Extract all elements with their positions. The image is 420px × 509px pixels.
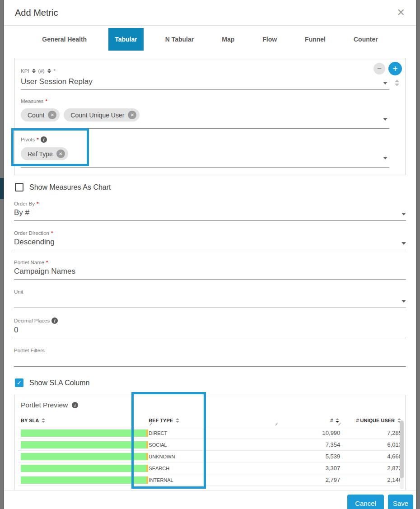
table-row: DIRECT 10,990 7,285	[18, 427, 402, 439]
ref-type-cell: INTERNAL	[149, 477, 277, 483]
scrollbar-track[interactable]	[400, 420, 404, 489]
column-header-count[interactable]: # ∕∕	[277, 414, 341, 427]
count-cell: 7,354	[277, 441, 341, 448]
sort-updown-icon	[32, 69, 36, 73]
chevron-down-icon[interactable]	[383, 157, 387, 159]
measures-label: Measures*	[21, 98, 399, 104]
remove-chip-icon[interactable]: ✕	[128, 111, 136, 119]
tab-funnel[interactable]: Funnel	[299, 28, 332, 51]
column-header-ref-type[interactable]: REF TYPE ∕∕	[149, 414, 277, 427]
kpi-order-spinner[interactable]	[395, 79, 399, 86]
sla-bar	[21, 430, 148, 437]
order-by-select[interactable]: By #	[14, 206, 406, 221]
chevron-down-icon[interactable]	[401, 213, 406, 215]
count-cell: 3,307	[277, 465, 341, 472]
portlet-name-label: Portlet Name*	[14, 260, 406, 265]
ref-type-cell: SEARCH	[149, 466, 277, 471]
add-kpi-button[interactable]: +	[388, 62, 402, 75]
backdrop-accent-block	[0, 178, 4, 199]
measure-chip: Count Unique User ✕	[64, 108, 140, 121]
order-by-field: Order By* By #	[14, 201, 406, 221]
portlet-filters-input[interactable]	[14, 353, 406, 367]
chevron-down-icon[interactable]	[401, 300, 406, 303]
tab-map[interactable]: Map	[215, 28, 241, 51]
unit-label: Unit	[14, 289, 406, 294]
order-by-label: Order By*	[14, 201, 406, 206]
sla-bar	[21, 476, 148, 484]
unique-user-cell: 2,872	[340, 465, 402, 472]
unit-field: Unit	[14, 289, 406, 308]
show-measures-as-chart-checkbox[interactable]	[15, 183, 23, 191]
ref-type-cell: DIRECT	[149, 430, 277, 436]
portlet-filters-field: Portlet Filters	[14, 348, 406, 367]
measures-select[interactable]: Count ✕ Count Unique User ✕	[21, 106, 399, 129]
portlet-preview-title: Portlet Preview i	[21, 401, 402, 409]
sort-updown-icon[interactable]	[42, 418, 45, 423]
table-row: SOCIAL 7,354 6,013	[18, 439, 402, 451]
kpi-group-box: − + KPI (#) * User Session Replay Measur…	[14, 58, 406, 175]
kpi-select[interactable]: User Session Replay	[21, 75, 399, 90]
modal-title: Add Metric	[15, 8, 58, 18]
info-icon: i	[51, 318, 58, 324]
tab-counter[interactable]: Counter	[347, 28, 384, 51]
unit-select[interactable]	[14, 294, 406, 308]
preview-table-header: BY SLA ∕∕ REF TYPE ∕∕ # ∕∕ # UNIQUE USER	[18, 414, 402, 427]
remove-chip-icon[interactable]: ✕	[56, 149, 65, 158]
close-icon[interactable]: ✕	[397, 8, 405, 18]
modal-footer: Cancel Save	[4, 490, 416, 509]
required-mark: *	[51, 230, 53, 236]
portlet-name-input[interactable]: Campaign Names	[14, 265, 406, 280]
kpi-select-value: User Session Replay	[21, 77, 93, 86]
cancel-button[interactable]: Cancel	[347, 495, 384, 509]
checkbox-label: Show Measures As Chart	[29, 183, 111, 191]
checkbox-label: Show SLA Column	[29, 379, 89, 387]
table-row: INTERNAL 2,797 2,146	[18, 474, 402, 486]
sla-bar	[21, 453, 148, 460]
pivot-chip: Ref Type ✕	[21, 147, 68, 160]
sort-updown-icon[interactable]	[336, 418, 339, 423]
scrollbar-thumb[interactable]	[400, 420, 404, 478]
ref-type-cell: SOCIAL	[149, 442, 277, 448]
show-measures-as-chart-row: Show Measures As Chart	[15, 183, 406, 191]
remove-kpi-button[interactable]: −	[373, 63, 385, 75]
chevron-down-icon[interactable]	[383, 82, 387, 84]
table-row: SEARCH 3,307 2,872	[18, 462, 402, 474]
column-header-by-sla[interactable]: BY SLA ∕∕	[18, 414, 149, 427]
pivots-label: Pivots* i	[21, 136, 399, 143]
chevron-down-icon[interactable]	[401, 242, 406, 245]
sort-updown-icon[interactable]	[176, 418, 179, 423]
remove-chip-icon[interactable]: ✕	[48, 111, 56, 119]
tab-flow[interactable]: Flow	[256, 28, 283, 51]
tab-tabular[interactable]: Tabular	[108, 28, 144, 51]
sla-bar	[21, 465, 148, 472]
count-cell: 5,539	[277, 453, 341, 460]
required-mark: *	[37, 201, 38, 206]
chevron-down-icon[interactable]	[383, 118, 387, 121]
check-icon: ✓	[17, 379, 22, 386]
kpi-label: KPI (#) *	[21, 68, 399, 74]
tab-n-tabular[interactable]: N Tabular	[159, 28, 201, 51]
required-mark: *	[46, 98, 47, 104]
column-header-unique-user[interactable]: # UNIQUE USER ∕∕	[340, 414, 402, 427]
unique-user-cell: 2,146	[340, 476, 402, 483]
unique-user-cell: 6,013	[340, 441, 402, 448]
table-row: UNKNOWN 5,539 4,668	[18, 451, 402, 462]
info-icon: i	[72, 402, 78, 408]
portlet-preview-panel: Portlet Preview i BY SLA ∕∕ REF TYPE ∕∕ …	[14, 395, 406, 493]
decimal-places-input[interactable]: 0	[14, 324, 406, 338]
portlet-name-field: Portlet Name* Campaign Names	[14, 260, 406, 280]
unique-user-cell: 4,668	[340, 453, 402, 460]
order-direction-select[interactable]: Descending	[14, 236, 406, 250]
unique-user-cell: 7,285	[340, 430, 402, 436]
modal-header: Add Metric ✕	[4, 0, 416, 26]
minus-icon: −	[377, 64, 382, 73]
save-button[interactable]: Save	[388, 495, 413, 509]
tab-bar: General Health Tabular N Tabular Map Flo…	[4, 28, 416, 51]
decimal-places-label: Decimal Places i	[14, 318, 406, 324]
order-direction-field: Order Direction* Descending	[14, 230, 406, 250]
tab-general-health[interactable]: General Health	[36, 28, 93, 51]
count-cell: 2,797	[277, 476, 341, 483]
sla-bar	[21, 441, 148, 448]
show-sla-column-checkbox[interactable]: ✓	[15, 378, 23, 387]
pivots-select[interactable]: Ref Type ✕	[21, 145, 399, 168]
